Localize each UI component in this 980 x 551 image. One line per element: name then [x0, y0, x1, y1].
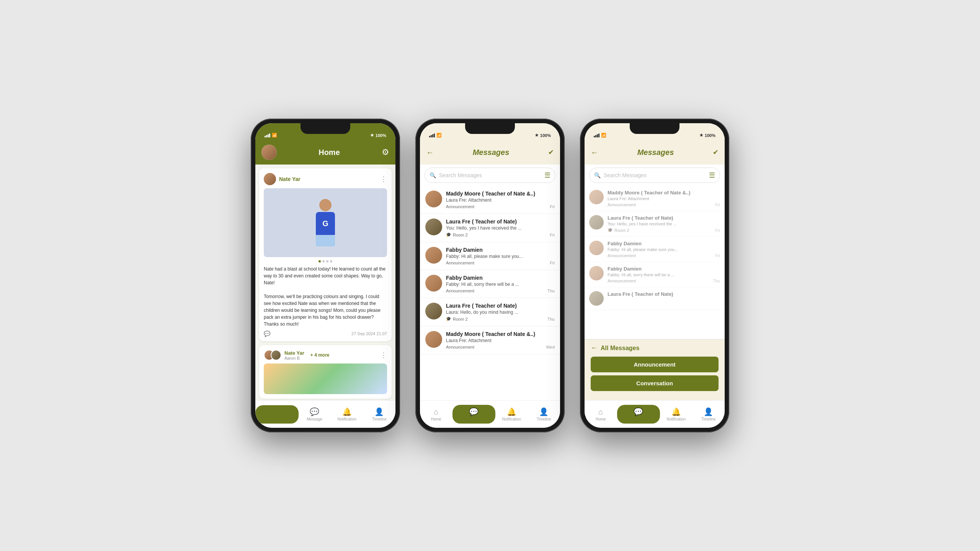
kid-shorts — [316, 235, 335, 246]
send-icon-2[interactable]: ✔ — [548, 148, 554, 156]
battery-text-2: 100% — [540, 133, 551, 138]
msg-content-3-3: Fabby Damien Fabby: Hi all, please make … — [608, 241, 720, 258]
notch-1 — [301, 123, 350, 134]
phone-1: 📶 ★ 100% Home ⚙ Nate Yar — [251, 119, 400, 432]
message-item-3-2[interactable]: Laura Fre ( Teacher of Nate) You: Hello,… — [585, 211, 725, 237]
msg-preview-3-1: Laura Fre: Attachment — [608, 196, 720, 201]
nav-timeline-2[interactable]: 👤 Timeline — [528, 404, 560, 424]
message-item-3-4[interactable]: Fabby Damien Fabby: Hi all, sorry there … — [585, 262, 725, 287]
nav-message-label: Message — [307, 417, 322, 421]
nav-home-2[interactable]: ⌂ Home — [420, 404, 452, 424]
msg-name-3-4: Fabby Damien — [608, 266, 720, 272]
feed-card-header: Nate Yar ⋮ — [264, 173, 387, 185]
search-bar-3: 🔍 Search Messages ☰ — [589, 168, 720, 183]
bluetooth-icon-3: ★ — [699, 133, 703, 138]
screen-2: 📶 ★ 100% ← Messages ✔ 🔍 Search Messages … — [420, 123, 560, 428]
msg-content-3-1: Maddy Moore ( Teacher of Nate &..) Laura… — [608, 190, 720, 207]
msg-preview-4: Fabby: Hi all, sorry there will be a ... — [446, 282, 555, 287]
message-item-3-1[interactable]: Maddy Moore ( Teacher of Nate &..) Laura… — [585, 186, 725, 211]
msg-time-3-4: Thu — [713, 279, 720, 283]
msg-content-2: Laura Fre ( Teacher of Nate) You: Hello,… — [446, 218, 555, 237]
back-button-2[interactable]: ← — [426, 148, 434, 157]
nav-home-3[interactable]: ⌂ Home — [585, 404, 617, 424]
msg-name-4: Fabby Damien — [446, 275, 555, 281]
message-item-3[interactable]: Fabby Damien Fabby: Hi all, please make … — [420, 242, 560, 270]
filter-icon-3[interactable]: ☰ — [709, 171, 715, 179]
nav-home[interactable]: ⌂ Home — [255, 405, 299, 424]
graduation-icon-2: 🎓 — [446, 232, 451, 237]
extra-count: + 4 more — [310, 352, 330, 358]
msg-tag-1: Announcement — [446, 204, 474, 209]
nav-notification-label-3: Notification — [667, 417, 686, 421]
nav-timeline-3[interactable]: 👤 Timeline — [693, 404, 725, 424]
search-input-2[interactable]: Search Messages — [439, 172, 541, 178]
bottom-nav-2: ⌂ Home 💬 Message 🔔 Notification 👤 Timeli… — [420, 400, 560, 428]
message-item-3-5[interactable]: Laura Fre ( Teacher of Nate) — [585, 287, 725, 310]
msg-avatar-3-3 — [589, 241, 604, 255]
msg-name-3-3: Fabby Damien — [608, 241, 720, 246]
nav-notification-3[interactable]: 🔔 Notification — [660, 404, 693, 424]
message-item-2[interactable]: Laura Fre ( Teacher of Nate) You: Hello,… — [420, 214, 560, 242]
conversation-button[interactable]: Conversation — [591, 375, 719, 391]
send-icon-3[interactable]: ✔ — [713, 148, 719, 156]
battery-text: 100% — [376, 133, 386, 138]
more-options-icon[interactable]: ⋮ — [380, 175, 387, 183]
msg-meta-5: 🎓 Room 2 Thu — [446, 316, 555, 321]
nav-notification-2[interactable]: 🔔 Notification — [495, 404, 528, 424]
settings-icon[interactable]: ⚙ — [382, 147, 389, 157]
message-item-5[interactable]: Laura Fre ( Teacher of Nate) Laura: Hell… — [420, 298, 560, 326]
dot-3 — [326, 260, 328, 262]
nav-timeline[interactable]: 👤 Timeline — [363, 404, 396, 424]
comment-icon[interactable]: 💬 — [264, 331, 270, 337]
message-item-6[interactable]: Maddy Moore ( Teacher of Nate &..) Laura… — [420, 326, 560, 354]
search-bar-2: 🔍 Search Messages ☰ — [425, 168, 555, 183]
kid-head — [319, 199, 332, 211]
nav-message[interactable]: 💬 Message — [299, 404, 331, 424]
msg-avatar-5 — [425, 303, 442, 320]
msg-avatar-3-5 — [589, 291, 604, 306]
msg-tag-3-1: Announcement — [608, 202, 636, 207]
nav-message-2[interactable]: 💬 Message — [452, 405, 496, 424]
msg-content-3-2: Laura Fre ( Teacher of Nate) You: Hello,… — [608, 215, 720, 233]
message-item-1[interactable]: Maddy Moore ( Teacher of Nate &..) Laura… — [420, 186, 560, 214]
nav-message-3[interactable]: 💬 Message — [617, 405, 660, 424]
nav-home-label-2: Home — [431, 417, 441, 421]
search-icon-2: 🔍 — [430, 172, 436, 178]
home-icon: ⌂ — [274, 408, 279, 416]
message-icon-3: 💬 — [634, 407, 643, 416]
msg-meta-3-2: 🎓 Room 2 Fri — [608, 228, 720, 233]
msg-preview-3-3: Fabby: Hi all, please make sure you... — [608, 247, 720, 252]
bluetooth-icon-2: ★ — [535, 133, 539, 138]
wifi-icon-3: 📶 — [601, 133, 606, 138]
search-input-3[interactable]: Search Messages — [604, 172, 706, 178]
avatar-2 — [271, 350, 281, 360]
notification-icon: 🔔 — [342, 407, 352, 416]
msg-content-4: Fabby Damien Fabby: Hi all, sorry there … — [446, 275, 555, 293]
filter-icon-2[interactable]: ☰ — [544, 171, 550, 179]
msg-name-2: Laura Fre ( Teacher of Nate) — [446, 218, 555, 225]
msg-content-1: Maddy Moore ( Teacher of Nate &..) Laura… — [446, 191, 555, 209]
more-options-icon-2[interactable]: ⋮ — [380, 351, 387, 359]
back-button-3[interactable]: ← — [591, 148, 598, 157]
announcement-button[interactable]: Announcement — [591, 357, 719, 372]
msg-content-3: Fabby Damien Fabby: Hi all, please make … — [446, 247, 555, 265]
msg-time-3: Fri — [550, 261, 555, 265]
msg-preview-3-2: You: Hello, yes I have received the ... — [608, 222, 720, 226]
msg-meta-3-1: Announcement Fri — [608, 202, 720, 207]
screen-3: 📶 ★ 100% ← Messages ✔ 🔍 Search Messages … — [585, 123, 725, 428]
msg-avatar-3-2 — [589, 215, 604, 230]
dropdown-back-icon[interactable]: ← — [591, 344, 598, 352]
nav-notification[interactable]: 🔔 Notification — [331, 404, 363, 424]
avatar[interactable] — [261, 145, 277, 160]
message-item-3-3[interactable]: Fabby Damien Fabby: Hi all, please make … — [585, 237, 725, 262]
msg-tag-4: Announcement — [446, 289, 474, 293]
feed-image-2 — [264, 364, 387, 394]
feed-card-1: Nate Yar ⋮ G — [259, 168, 392, 341]
nav-timeline-label-2: Timeline — [537, 417, 551, 421]
msg-time-3-1: Fri — [715, 202, 720, 207]
message-item-4[interactable]: Fabby Damien Fabby: Hi all, sorry there … — [420, 270, 560, 298]
feed-username: Nate Yar — [279, 176, 301, 182]
messages-title-2: Messages — [473, 148, 510, 157]
notification-icon-3: 🔔 — [671, 407, 681, 416]
all-messages-label: All Messages — [601, 345, 639, 352]
